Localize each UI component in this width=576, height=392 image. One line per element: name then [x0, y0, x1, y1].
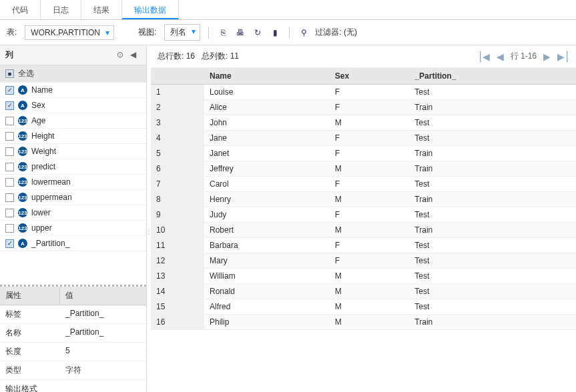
- column-checkbox[interactable]: [5, 132, 14, 141]
- table-row[interactable]: 5JanetFTrain: [151, 146, 576, 161]
- column-item[interactable]: 123lowermean: [0, 175, 146, 190]
- main-area: 列 ⊙ ◀ ■ 全选 ✓AName✓ASex123Age123Height123…: [0, 45, 576, 392]
- next-page-icon[interactable]: ▶: [543, 51, 551, 62]
- column-item[interactable]: 123lower: [0, 205, 146, 221]
- table-cell: Train: [409, 315, 576, 330]
- column-checkbox[interactable]: [5, 117, 14, 125]
- type-icon: 123: [18, 131, 27, 141]
- table-header[interactable]: [151, 68, 204, 85]
- table-row[interactable]: 6JeffreyMTrain: [151, 161, 576, 177]
- table-row[interactable]: 2AliceFTrain: [151, 100, 576, 115]
- refresh-icon[interactable]: ↻: [252, 27, 264, 39]
- table-cell: F: [330, 238, 410, 253]
- table-cell: Test: [409, 131, 576, 146]
- table-cell: 13: [151, 269, 204, 284]
- row-range: 行 1-16: [511, 51, 537, 62]
- table-header[interactable]: Name: [204, 68, 330, 85]
- table-cell: Test: [409, 115, 576, 131]
- tab-code[interactable]: 代码: [0, 0, 41, 19]
- table-cell: 15: [151, 299, 204, 315]
- stats-bar: 总行数: 16 总列数: 11 ⎮◀ ◀ 行 1-16 ▶ ▶⎮: [151, 45, 576, 68]
- table-row[interactable]: 14RonaldMTest: [151, 284, 576, 299]
- sidebar-header: 列 ⊙ ◀: [0, 45, 146, 65]
- column-item[interactable]: ✓ASex: [0, 98, 146, 113]
- table-row[interactable]: 13WilliamMTest: [151, 269, 576, 284]
- table-row[interactable]: 7CarolFTest: [151, 177, 576, 192]
- options-icon[interactable]: ⊙: [117, 50, 127, 61]
- column-checkbox[interactable]: [5, 193, 14, 202]
- column-item[interactable]: 123predict: [0, 159, 146, 175]
- export-icon[interactable]: ⎘: [217, 27, 229, 39]
- column-item[interactable]: 123uppermean: [0, 190, 146, 205]
- props-header-val: 值: [60, 287, 79, 305]
- column-list: ■ 全选 ✓AName✓ASex123Age123Height123Weight…: [0, 65, 146, 285]
- table-cell: F: [330, 146, 410, 161]
- tab-results[interactable]: 结果: [81, 0, 122, 19]
- table-cell: 5: [151, 146, 204, 161]
- column-checkbox[interactable]: [5, 178, 14, 187]
- table-cell: Train: [409, 161, 576, 177]
- total-rows: 总行数: 16: [158, 51, 195, 61]
- tab-output[interactable]: 输出数据: [122, 0, 179, 19]
- table-row[interactable]: 9JudyFTest: [151, 207, 576, 223]
- column-checkbox[interactable]: ✓: [5, 86, 14, 95]
- last-page-icon[interactable]: ▶⎮: [557, 51, 569, 62]
- table-cell: F: [330, 85, 410, 100]
- table-cell: Test: [409, 238, 576, 253]
- view-select[interactable]: 列名: [164, 24, 200, 41]
- table-row[interactable]: 12MaryFTest: [151, 253, 576, 269]
- table-cell: Test: [409, 253, 576, 269]
- table-cell: 6: [151, 161, 204, 177]
- column-name: lowermean: [31, 177, 141, 187]
- table-cell: M: [330, 192, 410, 207]
- table-cell: John: [204, 115, 330, 131]
- table-row[interactable]: 15AlfredMTest: [151, 299, 576, 315]
- column-checkbox[interactable]: [5, 147, 14, 156]
- table-cell: M: [330, 223, 410, 238]
- separator: [208, 27, 209, 39]
- column-checkbox[interactable]: [5, 209, 14, 217]
- columns-icon[interactable]: ▮: [269, 27, 281, 39]
- table-cell: 11: [151, 238, 204, 253]
- table-cell: M: [330, 269, 410, 284]
- column-item[interactable]: 123Weight: [0, 144, 146, 159]
- select-all-row[interactable]: ■ 全选: [0, 65, 146, 83]
- column-checkbox[interactable]: ✓: [5, 101, 14, 110]
- stats-left: 总行数: 16 总列数: 11: [158, 51, 478, 62]
- table-header[interactable]: Sex: [330, 68, 410, 85]
- prop-row: 长度5: [0, 343, 146, 361]
- prev-page-icon[interactable]: ◀: [497, 51, 504, 62]
- table-cell: Jane: [204, 131, 330, 146]
- column-checkbox[interactable]: ✓: [5, 239, 14, 248]
- column-item[interactable]: ✓AName: [0, 83, 146, 98]
- table-cell: 16: [151, 315, 204, 330]
- print-icon[interactable]: 🖶: [234, 27, 246, 39]
- column-item[interactable]: 123Age: [0, 113, 146, 129]
- table-row[interactable]: 16PhilipMTrain: [151, 315, 576, 330]
- table-row[interactable]: 10RobertMTrain: [151, 223, 576, 238]
- table-header[interactable]: _Partition_: [409, 68, 576, 85]
- tab-log[interactable]: 日志: [41, 0, 81, 19]
- collapse-icon[interactable]: ◀: [130, 50, 141, 61]
- column-item[interactable]: 123Height: [0, 129, 146, 144]
- column-item[interactable]: ✓A_Partition_: [0, 236, 146, 251]
- table-row[interactable]: 11BarbaraFTest: [151, 238, 576, 253]
- table-row[interactable]: 3JohnMTest: [151, 115, 576, 131]
- column-checkbox[interactable]: [5, 163, 14, 171]
- column-checkbox[interactable]: [5, 224, 14, 233]
- table-select[interactable]: WORK.PARTITION: [25, 25, 114, 40]
- table-row[interactable]: 8HenryMTrain: [151, 192, 576, 207]
- table-cell: 12: [151, 253, 204, 269]
- table-row[interactable]: 1LouiseFTest: [151, 85, 576, 100]
- table-label: 表:: [7, 27, 17, 38]
- table-cell: Test: [409, 299, 576, 315]
- column-name: _Partition_: [31, 239, 141, 248]
- filter-label: 过滤器: (无): [315, 27, 357, 38]
- first-page-icon[interactable]: ⎮◀: [478, 51, 490, 62]
- select-all-checkbox[interactable]: ■: [5, 69, 14, 78]
- column-item[interactable]: 123upper: [0, 221, 146, 236]
- prop-key: 标签: [0, 305, 60, 323]
- table-cell: F: [330, 131, 410, 146]
- filter-icon[interactable]: ⚲: [298, 27, 310, 39]
- table-row[interactable]: 4JaneFTest: [151, 131, 576, 146]
